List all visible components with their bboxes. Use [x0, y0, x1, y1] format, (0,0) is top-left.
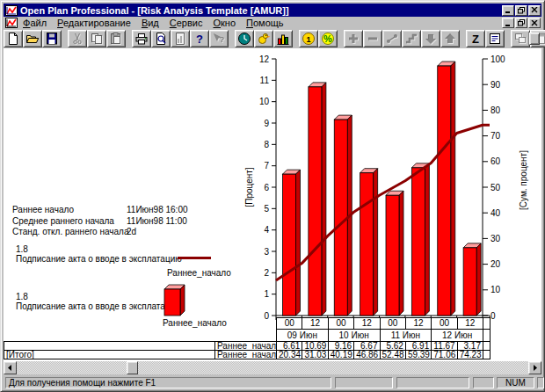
toolbar-group-0 [4, 30, 62, 47]
svg-text:2: 2 [264, 268, 269, 278]
arrow-right-icon [532, 365, 538, 371]
cut-button [68, 30, 87, 47]
print-preview-icon [154, 32, 168, 46]
value-cell: 52.48 [380, 350, 406, 359]
notes-button[interactable] [485, 30, 505, 47]
data-table: 001200120012001209 Июн10 Июн11 Июн12 Июн… [4, 317, 541, 361]
menu-bar: ФайлРедактированиеВидСервисОкноПомощь [4, 17, 541, 29]
stats-value: 11Июн98 11:00 [127, 216, 187, 226]
status-panel-4 [537, 377, 544, 388]
add-icon [346, 32, 360, 46]
svg-text:[Процент]: [Процент] [244, 167, 254, 207]
child-minimize-button[interactable] [502, 18, 514, 28]
new-document-button[interactable] [4, 30, 23, 47]
menu-item-5[interactable]: Помощь [241, 18, 289, 28]
toolbar-group-3 [235, 30, 293, 47]
status-bar: Для получения помощи нажмите F1 NUM [4, 375, 541, 390]
chart-view: Раннее начало11Июн98 16:00Среднее раннег… [4, 48, 541, 361]
status-message: Для получения помощи нажмите F1 [5, 377, 331, 388]
hour-header-cell: 00 [276, 317, 302, 330]
risk-histogram-chart: 01234567891011120102030405060708090100[П… [241, 48, 541, 361]
menu-item-4[interactable]: Окно [207, 18, 241, 28]
report-page-button [171, 30, 190, 47]
scrollbar-thumb[interactable] [127, 361, 138, 374]
resource-bird-button[interactable] [254, 30, 273, 47]
stats-row-2: Станд. откл. раннего начала2d [12, 227, 136, 236]
paste-icon [109, 32, 123, 46]
menu-item-2[interactable]: Вид [136, 18, 164, 28]
series-name-cell: Раннее_начало [214, 350, 277, 359]
minimize-button[interactable] [502, 5, 514, 16]
stats-label: Среднее раннего начала [12, 216, 127, 226]
legend-bar-value: 1.8 [16, 292, 28, 301]
percent-button[interactable]: % [318, 30, 338, 47]
stats-row-1: Среднее раннего начала11Июн98 11:00 [12, 216, 187, 226]
app-window: Open Plan Professional - [Risk Analysis … [0, 0, 545, 392]
new-document-icon [6, 32, 20, 46]
arrow-down-button [421, 30, 440, 47]
value-cell: 31.03 [302, 350, 328, 359]
child-close-button[interactable] [528, 18, 541, 28]
hour-header-cell: 12 [353, 317, 380, 330]
stats-row-0: Раннее начало11Июн98 16:00 [12, 205, 188, 214]
scroll-right-button[interactable] [528, 361, 541, 374]
histogram-button[interactable] [273, 30, 293, 47]
svg-text:10: 10 [259, 97, 270, 106]
day-header-cell: 09 Июн [276, 329, 329, 342]
restore-button[interactable] [515, 5, 527, 16]
hour-header-cell: 00 [431, 317, 457, 330]
minimize-icon [505, 20, 512, 26]
close-icon [531, 7, 538, 13]
day-header-cell: 12 Июн [431, 329, 483, 342]
svg-text:20: 20 [490, 259, 501, 269]
menu-item-3[interactable]: Сервис [164, 18, 208, 28]
notes-icon [488, 32, 502, 46]
svg-text:1: 1 [264, 289, 269, 299]
toolbar-overflow-button[interactable] [529, 33, 540, 45]
cut-icon [70, 32, 84, 46]
cost-coin-button[interactable]: 1 [299, 30, 318, 47]
open-folder-button[interactable] [23, 30, 42, 47]
hour-header-cell: 12 [302, 317, 328, 330]
sort-z-icon: Z [469, 32, 483, 46]
day-header-cell: 10 Июн [328, 329, 381, 342]
document-window-icon [5, 18, 18, 28]
copy-button [87, 30, 106, 47]
svg-text:60: 60 [490, 156, 501, 166]
scroll-left-button[interactable] [4, 361, 17, 374]
add-button [344, 30, 363, 47]
arrow-up-icon [443, 32, 457, 46]
child-restore-button[interactable] [515, 18, 527, 28]
report-page-icon [173, 32, 187, 46]
menu-item-0[interactable]: Файл [18, 18, 52, 28]
toolbar-group-4: 1% [299, 30, 338, 47]
day-header-extra-cell [483, 329, 490, 342]
svg-text:11: 11 [260, 76, 270, 85]
link-button [382, 30, 402, 47]
toolbar-group-6: Z [466, 30, 505, 47]
svg-text:12: 12 [259, 54, 270, 64]
svg-text:?: ? [196, 33, 203, 46]
clock-button[interactable] [235, 30, 254, 47]
svg-text:?: ? [220, 35, 225, 44]
help-button[interactable]: ? [190, 30, 209, 47]
svg-text:6: 6 [264, 183, 269, 192]
horizontal-scrollbar[interactable] [4, 361, 541, 374]
svg-text:70: 70 [490, 131, 501, 141]
print-button[interactable] [132, 30, 151, 47]
save-button[interactable] [42, 30, 62, 47]
svg-text:40: 40 [490, 208, 501, 218]
print-preview-button[interactable] [151, 30, 171, 47]
title-bar: Open Plan Professional - [Risk Analysis … [4, 4, 541, 17]
legend-line-value: 1.8 [16, 244, 28, 254]
sort-z-button[interactable]: Z [466, 30, 485, 47]
close-button[interactable] [528, 5, 541, 16]
svg-text:10: 10 [490, 285, 501, 294]
save-icon [45, 32, 59, 46]
svg-text:80: 80 [490, 105, 501, 115]
menu-item-1[interactable]: Редактирование [52, 18, 136, 28]
value-cell: 20.34 [276, 350, 302, 359]
toolbar-group-1 [68, 30, 126, 47]
value-cell: 74.23 [457, 350, 483, 359]
svg-text:7: 7 [264, 161, 269, 171]
